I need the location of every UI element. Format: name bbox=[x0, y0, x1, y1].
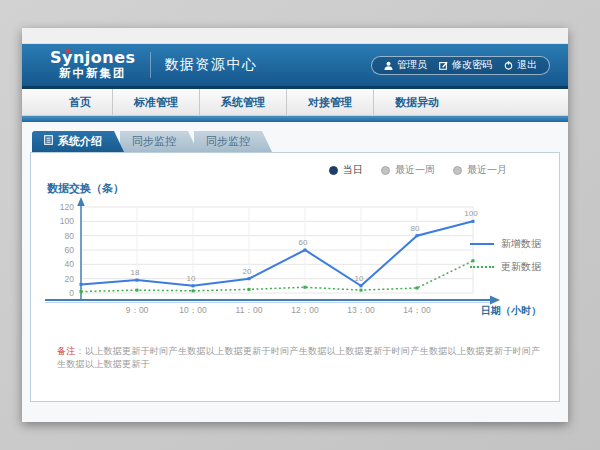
svg-text:60: 60 bbox=[299, 238, 308, 247]
svg-text:12：00: 12：00 bbox=[291, 305, 319, 315]
svg-text:10：00: 10：00 bbox=[179, 305, 207, 315]
power-icon bbox=[504, 61, 513, 70]
line-chart: 0204060801001209：0010：0011：0012：0013：001… bbox=[43, 197, 543, 319]
radio-dot bbox=[329, 166, 338, 175]
footer-note: 备注：以上数据更新于时间产生数据以上数据更新于时间产生数据以上数据更新于时间产生… bbox=[57, 345, 543, 371]
legend-item-update-data: 更新数据 bbox=[470, 260, 541, 274]
chart-panel: 当日 最近一周 最近一月 数据交换（条） 0204060801001209：00… bbox=[30, 152, 560, 402]
note-text: ：以上数据更新于时间产生数据以上数据更新于时间产生数据以上数据更新于时间产生数据… bbox=[57, 346, 541, 369]
window-top-strip bbox=[22, 28, 568, 44]
tab-sync-monitor-2[interactable]: 同步监控 bbox=[194, 131, 272, 152]
svg-text:40: 40 bbox=[65, 259, 75, 269]
radio-dot bbox=[381, 166, 390, 175]
nav-item-standard-mgmt[interactable]: 标准管理 bbox=[112, 89, 199, 115]
dotted-line-icon bbox=[470, 266, 494, 268]
svg-text:日期（小时）: 日期（小时） bbox=[481, 305, 541, 316]
svg-text:20: 20 bbox=[243, 267, 252, 276]
svg-text:100: 100 bbox=[60, 216, 74, 226]
svg-text:0: 0 bbox=[69, 288, 74, 298]
nav-item-home[interactable]: 首页 bbox=[48, 89, 112, 115]
header-action-group: 管理员 修改密码 退出 bbox=[371, 56, 550, 75]
header-divider bbox=[150, 52, 151, 78]
main-content: 系统介绍 同步监控 同步监控 当日 最近一周 bbox=[22, 122, 568, 422]
radio-last-week[interactable]: 最近一周 bbox=[381, 163, 435, 177]
svg-text:11：00: 11：00 bbox=[236, 305, 263, 315]
svg-text:120: 120 bbox=[60, 202, 74, 212]
svg-text:18: 18 bbox=[131, 268, 140, 277]
svg-text:60: 60 bbox=[65, 245, 75, 255]
solid-line-icon bbox=[470, 243, 494, 245]
svg-text:13：00: 13：00 bbox=[347, 305, 375, 315]
tab-bar: 系统介绍 同步监控 同步监控 bbox=[32, 131, 560, 152]
page-title: 数据资源中心 bbox=[165, 56, 258, 74]
svg-text:14：00: 14：00 bbox=[403, 305, 431, 315]
radio-dot bbox=[453, 166, 462, 175]
legend-item-new-data: 新增数据 bbox=[470, 237, 541, 251]
edit-icon bbox=[439, 61, 448, 70]
radio-today[interactable]: 当日 bbox=[329, 163, 363, 177]
tab-sync-monitor-1[interactable]: 同步监控 bbox=[120, 131, 198, 152]
chart-legend: 新增数据 更新数据 bbox=[470, 237, 541, 283]
nav-item-interface-mgmt[interactable]: 对接管理 bbox=[286, 89, 373, 115]
chart-area: 0204060801001209：0010：0011：0012：0013：001… bbox=[43, 197, 543, 323]
user-icon bbox=[384, 61, 393, 70]
svg-text:100: 100 bbox=[464, 209, 478, 218]
radio-last-month[interactable]: 最近一月 bbox=[453, 163, 507, 177]
svg-text:10: 10 bbox=[187, 274, 196, 283]
document-icon bbox=[44, 131, 53, 152]
admin-user-button[interactable]: 管理员 bbox=[384, 58, 427, 72]
svg-text:80: 80 bbox=[411, 224, 420, 233]
y-axis-title: 数据交换（条） bbox=[47, 181, 124, 196]
tab-system-intro[interactable]: 系统介绍 bbox=[32, 131, 124, 152]
logo-text: Synjones bbox=[50, 50, 136, 66]
logo-subtitle: 新中新集团 bbox=[50, 68, 136, 80]
company-logo: Synjones 新中新集团 bbox=[50, 50, 136, 80]
svg-text:10: 10 bbox=[355, 274, 364, 283]
svg-text:9：00: 9：00 bbox=[126, 305, 149, 315]
main-nav: 首页 标准管理 系统管理 对接管理 数据异动 bbox=[22, 89, 568, 116]
note-label: 备注 bbox=[57, 346, 76, 356]
app-header: Synjones 新中新集团 数据资源中心 管理员 修改密码 退出 bbox=[22, 44, 568, 86]
time-range-filter: 当日 最近一周 最近一月 bbox=[329, 163, 507, 177]
logout-button[interactable]: 退出 bbox=[504, 58, 537, 72]
nav-item-system-mgmt[interactable]: 系统管理 bbox=[199, 89, 286, 115]
change-password-button[interactable]: 修改密码 bbox=[439, 58, 492, 72]
nav-item-data-change[interactable]: 数据异动 bbox=[373, 89, 460, 115]
app-window: Synjones 新中新集团 数据资源中心 管理员 修改密码 退出 首页 标准管… bbox=[22, 28, 568, 422]
svg-text:80: 80 bbox=[65, 231, 75, 241]
svg-text:20: 20 bbox=[65, 274, 75, 284]
